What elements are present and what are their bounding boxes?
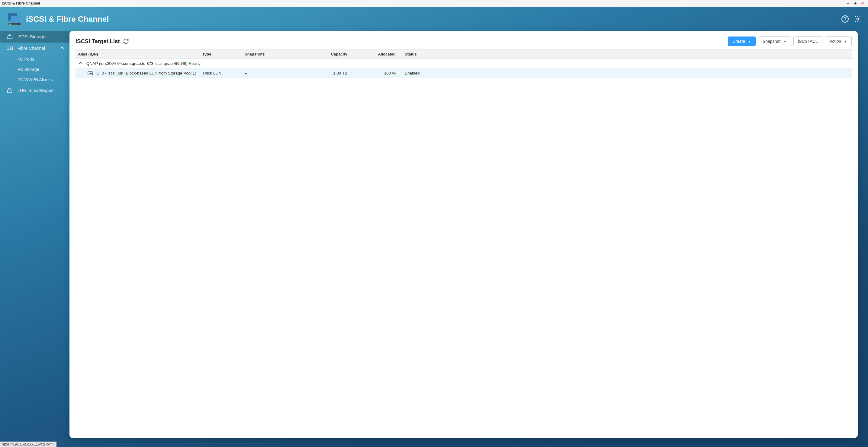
panel-title: iSCSI Target List <box>75 38 120 45</box>
svg-rect-12 <box>10 47 12 49</box>
button-label: Action <box>829 39 841 44</box>
window-close-button[interactable]: × <box>859 1 866 6</box>
chevron-down-icon: ▼ <box>783 40 786 43</box>
svg-rect-16 <box>90 73 92 74</box>
table-header-row: Alias (IQN) Type Snapshots Capacity Allo… <box>75 49 852 59</box>
svg-rect-11 <box>7 47 9 49</box>
chevron-down-icon: ▼ <box>844 40 847 43</box>
sidebar-item-label: FC Storage <box>18 67 39 72</box>
sidebar-item-fibre-channel[interactable]: Fibre Channel <box>0 42 69 54</box>
refresh-icon[interactable] <box>123 38 129 44</box>
window-maximize-button[interactable]: + <box>852 1 859 6</box>
button-label: Create <box>733 39 745 44</box>
chevron-up-icon <box>60 45 65 51</box>
sidebar-item-label: FC WWPN Aliases <box>18 77 53 82</box>
svg-point-15 <box>89 73 89 73</box>
col-header-type[interactable]: Type <box>203 52 245 57</box>
chevron-down-icon: ▼ <box>748 40 751 43</box>
window-titlebar: iSCSI & Fibre Channel − + × <box>0 0 868 7</box>
app-title: iSCSI & Fibre Channel <box>26 14 109 24</box>
target-alias-prefix: QNAP <box>86 61 99 66</box>
sidebar-item-label: FC Ports <box>18 57 34 62</box>
lun-name: ID: 0 - iscsi_lun (Block-based LUN from … <box>95 71 196 75</box>
button-label: Snapshot <box>763 39 780 44</box>
target-iqn: (iqn.2004-04.com.qnap:ts-873:iscsi.qnap.… <box>99 61 188 66</box>
lun-status: Enabled <box>405 71 852 75</box>
sidebar-item-fc-wwpn-aliases[interactable]: FC WWPN Aliases <box>0 74 69 85</box>
lun-row[interactable]: ID: 0 - iscsi_lun (Block-based LUN from … <box>75 68 852 78</box>
main-panel: iSCSI Target List Create▼ Snapshot▼ iSCS… <box>69 31 858 438</box>
svg-rect-5 <box>14 24 16 25</box>
svg-rect-1 <box>11 16 20 23</box>
sidebar-item-label: LUN Import/Export <box>18 88 54 93</box>
app-window: iSCSI & Fibre Channel iSCSI Storage Fibr… <box>0 7 868 447</box>
sidebar: iSCSI Storage Fibre Channel FC Ports FC … <box>0 31 69 447</box>
iscsi-acl-button[interactable]: iSCSI ACL <box>794 36 823 46</box>
svg-point-8 <box>845 21 845 22</box>
button-label: iSCSI ACL <box>798 39 818 44</box>
lun-allocated: 100 % <box>353 71 405 75</box>
svg-rect-13 <box>7 90 12 93</box>
col-header-status[interactable]: Status <box>405 52 852 57</box>
target-state: Ready <box>188 61 200 66</box>
window-title: iSCSI & Fibre Channel <box>2 1 40 5</box>
col-header-allocated[interactable]: Allocated <box>353 52 405 57</box>
svg-point-9 <box>857 18 859 20</box>
svg-rect-3 <box>9 24 11 25</box>
col-header-alias[interactable]: Alias (IQN) <box>75 52 203 57</box>
sidebar-item-label: Fibre Channel <box>18 46 45 51</box>
sidebar-item-fc-storage[interactable]: FC Storage <box>0 64 69 74</box>
col-header-capacity[interactable]: Capacity <box>305 52 353 57</box>
iscsi-storage-icon <box>6 33 13 40</box>
create-button[interactable]: Create▼ <box>728 36 756 46</box>
svg-rect-4 <box>11 24 13 25</box>
sidebar-item-fc-ports[interactable]: FC Ports <box>0 54 69 64</box>
lun-icon <box>88 71 93 75</box>
panel-toolbar: iSCSI Target List Create▼ Snapshot▼ iSCS… <box>75 36 852 46</box>
app-header: iSCSI & Fibre Channel <box>0 7 868 31</box>
snapshot-button[interactable]: Snapshot▼ <box>758 36 791 46</box>
target-row[interactable]: QNAP (iqn.2004-04.com.qnap:ts-873:iscsi.… <box>75 59 852 68</box>
svg-rect-6 <box>16 24 18 25</box>
help-icon[interactable] <box>841 15 849 23</box>
fibre-channel-icon <box>6 45 13 52</box>
chevron-up-icon[interactable] <box>77 61 85 66</box>
col-header-snapshots[interactable]: Snapshots <box>245 52 305 57</box>
lun-import-export-icon <box>6 87 13 94</box>
status-bar: https://192.168.255.116/cgi-bin/# <box>0 442 57 447</box>
status-text: https://192.168.255.116/cgi-bin/# <box>2 442 55 446</box>
gear-icon[interactable] <box>854 15 862 23</box>
action-button[interactable]: Action▼ <box>825 36 852 46</box>
lun-type: Thick LUN <box>203 71 245 75</box>
lun-capacity: 1.00 TB <box>305 71 353 75</box>
sidebar-item-lun-import-export[interactable]: LUN Import/Export <box>0 85 69 96</box>
sidebar-item-label: iSCSI Storage <box>18 34 45 39</box>
svg-rect-10 <box>7 36 12 39</box>
window-minimize-button[interactable]: − <box>844 1 852 6</box>
lun-snapshots: -- <box>245 71 305 75</box>
app-logo-icon <box>6 11 22 27</box>
sidebar-item-iscsi-storage[interactable]: iSCSI Storage <box>0 31 69 42</box>
